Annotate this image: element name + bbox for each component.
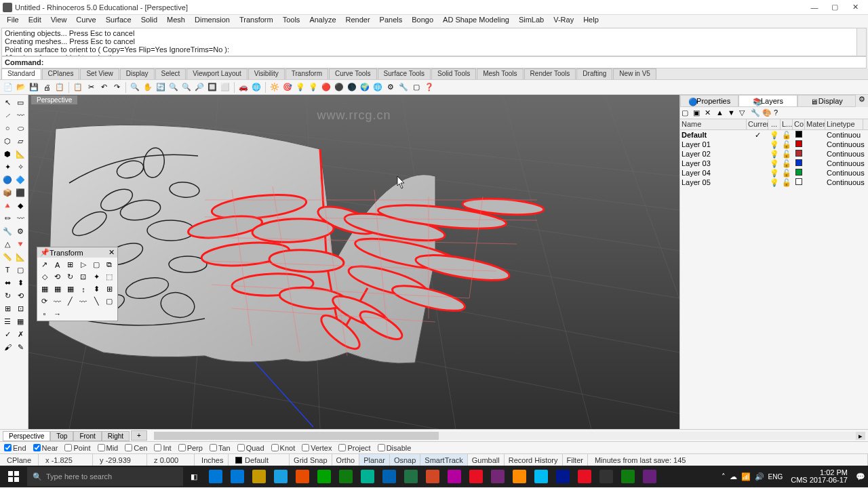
side-tool-0-1[interactable]: ▭ [14, 96, 26, 108]
side-tool-4-0[interactable]: ⬢ [1, 148, 14, 160]
panel-menu-icon[interactable]: ⚙ [856, 95, 868, 107]
transform-tool-1[interactable]: A [52, 259, 63, 270]
taskbar-app-14[interactable] [509, 466, 530, 487]
transform-tool-11[interactable]: ⬚ [104, 271, 115, 283]
filter-icon[interactable]: ▽ [739, 108, 749, 118]
toolbar-button-30[interactable]: ▢ [411, 82, 422, 93]
menu-mesh[interactable]: Mesh [163, 15, 189, 27]
transform-panel[interactable]: 📌 Transform ✕ ↗A⊞▷▢⧉◇⟲↻⊡✦⬚▦▦▦↕⬍⊞⟳〰╱〰╲▢▫→ [37, 247, 118, 321]
transform-tool-7[interactable]: ⟲ [52, 271, 63, 283]
toolbar-button-10[interactable]: ✋ [142, 82, 153, 93]
side-tool-13-1[interactable]: ▢ [14, 264, 26, 276]
transform-tool-3[interactable]: ▷ [77, 259, 89, 270]
taskbar-app-18[interactable] [595, 466, 617, 487]
side-tool-16-0[interactable]: ⊞ [1, 302, 14, 314]
toolbar-button-24[interactable]: ⚫ [334, 82, 344, 93]
side-tool-16-1[interactable]: ⊡ [14, 302, 26, 314]
toolbar-button-11[interactable]: 🔄 [155, 82, 166, 93]
toolbar-tab-transform[interactable]: Transform [285, 68, 328, 79]
osnap-quad[interactable]: Quad [237, 444, 264, 452]
side-tool-9-1[interactable]: 〰 [14, 212, 26, 224]
side-tool-19-0[interactable]: 🖌 [1, 341, 14, 353]
side-tool-18-1[interactable]: ✗ [14, 328, 26, 340]
toolbar-button-9[interactable]: 🔍 [130, 82, 140, 93]
side-tool-17-1[interactable]: ▦ [14, 315, 26, 327]
toolbar-button-31[interactable]: ❓ [424, 82, 435, 93]
toolbar-tab-visibility[interactable]: Visibility [248, 68, 285, 79]
side-tool-7-0[interactable]: 📦 [1, 186, 14, 199]
taskbar-app-0[interactable] [205, 466, 226, 487]
side-tool-11-0[interactable]: △ [1, 238, 14, 250]
toolbar-tab-mesh-tools[interactable]: Mesh Tools [477, 68, 523, 79]
menu-edit[interactable]: Edit [24, 15, 45, 27]
toolbar-button-27[interactable]: 🌐 [372, 82, 383, 93]
taskbar-app-13[interactable] [487, 466, 509, 487]
side-tool-3-0[interactable]: ⬡ [1, 135, 14, 147]
transform-tool-15[interactable]: ↕ [77, 283, 89, 295]
layers-list[interactable]: Default✓💡🔓ContinuouLayer 01💡🔓ContinuousL… [680, 130, 868, 187]
color-icon[interactable]: 🎨 [762, 108, 772, 118]
transform-tool-9[interactable]: ⊡ [77, 271, 89, 283]
transform-tool-8[interactable]: ↻ [64, 271, 76, 283]
toolbar-button-7[interactable]: ↶ [98, 82, 109, 93]
view-tab-right[interactable]: Right [102, 431, 130, 441]
window-maximize-button[interactable]: ▢ [825, 3, 845, 12]
osnap-knot[interactable]: Knot [271, 444, 296, 452]
taskbar-app-1[interactable] [226, 466, 248, 487]
taskbar-app-7[interactable] [357, 466, 378, 487]
side-tool-11-1[interactable]: 🔻 [14, 238, 26, 250]
toolbar-tab-set-view[interactable]: Set View [80, 68, 119, 79]
menu-view[interactable]: View [47, 15, 71, 27]
viewport-title[interactable]: Perspective [31, 96, 77, 104]
transform-tool-0[interactable]: ↗ [39, 259, 50, 270]
toolbar-button-6[interactable]: ✂ [85, 82, 96, 93]
side-tool-12-1[interactable]: 📐 [14, 251, 26, 263]
side-tool-0-0[interactable]: ↖ [1, 96, 14, 108]
taskbar-app-6[interactable] [335, 466, 357, 487]
side-tool-1-1[interactable]: 〰 [14, 109, 26, 121]
toolbar-button-29[interactable]: 🔧 [398, 82, 409, 93]
taskbar-app-16[interactable] [552, 466, 574, 487]
side-tool-12-0[interactable]: 📏 [1, 251, 14, 263]
move-up-icon[interactable]: ▲ [716, 108, 726, 118]
taskbar-search[interactable]: 🔍 Type here to search [27, 467, 183, 486]
toolbar-button-23[interactable]: 🔴 [321, 82, 332, 93]
side-tool-15-0[interactable]: ↻ [1, 289, 14, 302]
taskbar-app-17[interactable] [574, 466, 595, 487]
window-close-button[interactable]: ✕ [845, 3, 865, 12]
toolbar-button-26[interactable]: 🌍 [359, 82, 370, 93]
toolbar-button-19[interactable]: 🔆 [269, 82, 280, 93]
side-tool-8-1[interactable]: ◆ [14, 199, 26, 211]
menu-solid[interactable]: Solid [137, 15, 161, 27]
view-tab-perspective[interactable]: Perspective [3, 431, 50, 441]
add-view-button[interactable]: + [131, 430, 147, 441]
osnap-vertex[interactable]: Vertex [302, 444, 332, 452]
toolbar-tab-new-in-v5[interactable]: New in V5 [613, 68, 656, 79]
tray-wifi-icon[interactable]: 📶 [741, 472, 751, 481]
side-tool-10-0[interactable]: 🔧 [1, 225, 14, 237]
transform-tool-5[interactable]: ⧉ [104, 259, 115, 270]
toolbar-button-5[interactable]: 📋 [73, 82, 83, 93]
layer-row[interactable]: Layer 03💡🔓Continuous [680, 159, 868, 168]
toolbar-button-8[interactable]: ↷ [111, 82, 122, 93]
menu-transform[interactable]: Transform [235, 15, 277, 27]
toolbar-button-16[interactable]: ⬜ [220, 82, 231, 93]
menu-simlab[interactable]: SimLab [515, 15, 548, 27]
transform-tool-6[interactable]: ◇ [39, 271, 50, 283]
view-tab-front[interactable]: Front [73, 431, 101, 441]
toolbar-button-28[interactable]: ⚙ [385, 82, 396, 93]
horizontal-scrollbar[interactable]: ▸ [154, 432, 865, 440]
osnap-int[interactable]: Int [154, 444, 171, 452]
toolbar-button-1[interactable]: 📂 [16, 82, 26, 93]
side-tool-14-0[interactable]: ⬌ [1, 277, 14, 289]
side-tool-4-1[interactable]: 📐 [14, 148, 26, 160]
menu-file[interactable]: File [3, 15, 23, 27]
layer-row[interactable]: Default✓💡🔓Continuou [680, 130, 868, 140]
side-tool-19-1[interactable]: ✎ [14, 341, 26, 353]
tab-layers[interactable]: 📚Layers [738, 95, 797, 107]
osnap-disable[interactable]: Disable [378, 444, 412, 452]
toolbar-button-2[interactable]: 💾 [28, 82, 39, 93]
taskbar-app-15[interactable] [530, 466, 552, 487]
transform-tool-16[interactable]: ⬍ [91, 283, 102, 295]
menu-v-ray[interactable]: V-Ray [549, 15, 578, 27]
